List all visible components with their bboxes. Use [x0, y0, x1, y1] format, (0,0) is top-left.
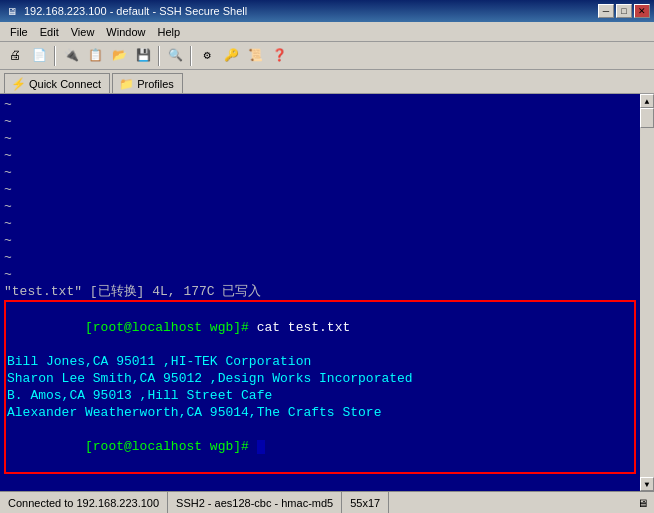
menu-window[interactable]: Window — [100, 24, 151, 40]
toolbar-help[interactable]: ❓ — [268, 45, 290, 67]
term-tilde-6: ~ — [4, 181, 636, 198]
scroll-track[interactable] — [640, 108, 654, 477]
term-data-3: B. Amos,CA 95013 ,Hill Street Cafe — [7, 387, 633, 404]
term-tilde-11: ~ — [4, 266, 636, 283]
terminal-wrapper: ~ ~ ~ ~ ~ ~ ~ ~ ~ ~ ~ "test.txt" [已转换] 4… — [0, 94, 654, 491]
scroll-up-arrow[interactable]: ▲ — [640, 94, 654, 108]
term-tilde-3: ~ — [4, 130, 636, 147]
term-tilde-2: ~ — [4, 113, 636, 130]
profiles-label: Profiles — [137, 78, 174, 90]
scroll-down-arrow[interactable]: ▼ — [640, 477, 654, 491]
term-tilde-9: ~ — [4, 232, 636, 249]
highlighted-section: [root@localhost wgb]# cat test.txt Bill … — [4, 300, 636, 474]
menu-view[interactable]: View — [65, 24, 101, 40]
prompt-2: [root@localhost wgb]# — [85, 439, 257, 454]
scroll-thumb[interactable] — [640, 108, 654, 128]
cmd-text-1: cat test.txt — [257, 320, 351, 335]
toolbar-sep-1 — [54, 46, 56, 66]
term-cmd-line: [root@localhost wgb]# cat test.txt — [7, 302, 633, 353]
term-final-prompt: [root@localhost wgb]# — [7, 421, 633, 472]
cursor — [257, 440, 265, 454]
status-connection: Connected to 192.168.223.100 — [0, 492, 168, 513]
term-tilde-8: ~ — [4, 215, 636, 232]
toolbar-key[interactable]: 🔑 — [220, 45, 242, 67]
toolbar-settings[interactable]: ⚙ — [196, 45, 218, 67]
term-tilde-5: ~ — [4, 164, 636, 181]
menu-help[interactable]: Help — [151, 24, 186, 40]
dimensions-text: 55x17 — [350, 497, 380, 509]
term-tilde-10: ~ — [4, 249, 636, 266]
status-bar: Connected to 192.168.223.100 SSH2 - aes1… — [0, 491, 654, 513]
window-title: 192.168.223.100 - default - SSH Secure S… — [24, 5, 247, 17]
profiles-icon: 📁 — [119, 77, 134, 91]
tab-quick-connect[interactable]: ⚡ Quick Connect — [4, 73, 110, 93]
toolbar: 🖨 📄 🔌 📋 📂 💾 🔍 ⚙ 🔑 📜 ❓ — [0, 42, 654, 70]
encryption-text: SSH2 - aes128-cbc - hmac-md5 — [176, 497, 333, 509]
minimize-button[interactable]: ─ — [598, 4, 614, 18]
title-bar: 🖥 192.168.223.100 - default - SSH Secure… — [0, 0, 654, 22]
maximize-button[interactable]: □ — [616, 4, 632, 18]
toolbar-new[interactable]: 📋 — [84, 45, 106, 67]
connection-text: Connected to 192.168.223.100 — [8, 497, 159, 509]
status-dimensions: 55x17 — [342, 492, 389, 513]
prompt-1: [root@localhost wgb]# — [85, 320, 257, 335]
menu-edit[interactable]: Edit — [34, 24, 65, 40]
term-data-4: Alexander Weatherworth,CA 95014,The Craf… — [7, 404, 633, 421]
toolbar-print[interactable]: 🖨 — [4, 45, 26, 67]
toolbar-open[interactable]: 📂 — [108, 45, 130, 67]
toolbar-sep-3 — [190, 46, 192, 66]
terminal-content[interactable]: ~ ~ ~ ~ ~ ~ ~ ~ ~ ~ ~ "test.txt" [已转换] 4… — [0, 94, 640, 491]
toolbar-copy-btn[interactable]: 📄 — [28, 45, 50, 67]
term-tilde-7: ~ — [4, 198, 636, 215]
status-icon-area: 🖥 — [631, 492, 654, 513]
app-icon: 🖥 — [4, 3, 20, 19]
window-controls: ─ □ ✕ — [598, 4, 650, 18]
status-encryption: SSH2 - aes128-cbc - hmac-md5 — [168, 492, 342, 513]
tab-profiles[interactable]: 📁 Profiles — [112, 73, 183, 93]
title-left: 🖥 192.168.223.100 - default - SSH Secure… — [4, 3, 247, 19]
term-data-2: Sharon Lee Smith,CA 95012 ,Design Works … — [7, 370, 633, 387]
toolbar-save[interactable]: 💾 — [132, 45, 154, 67]
menu-file[interactable]: File — [4, 24, 34, 40]
menu-bar: File Edit View Window Help — [0, 22, 654, 42]
close-button[interactable]: ✕ — [634, 4, 650, 18]
tab-bar: ⚡ Quick Connect 📁 Profiles — [0, 70, 654, 94]
term-tilde-4: ~ — [4, 147, 636, 164]
term-data-1: Bill Jones,CA 95011 ,HI-TEK Corporation — [7, 353, 633, 370]
app-window: 🖥 192.168.223.100 - default - SSH Secure… — [0, 0, 654, 513]
terminal-scrollbar[interactable]: ▲ ▼ — [640, 94, 654, 491]
status-icon: 🖥 — [637, 497, 648, 509]
quick-connect-label: Quick Connect — [29, 78, 101, 90]
term-tilde-1: ~ — [4, 96, 636, 113]
quick-connect-icon: ⚡ — [11, 77, 26, 91]
toolbar-sep-2 — [158, 46, 160, 66]
toolbar-find[interactable]: 🔍 — [164, 45, 186, 67]
toolbar-disconnect[interactable]: 🔌 — [60, 45, 82, 67]
term-written-line: "test.txt" [已转换] 4L, 177C 已写入 — [4, 283, 636, 300]
toolbar-cert[interactable]: 📜 — [244, 45, 266, 67]
